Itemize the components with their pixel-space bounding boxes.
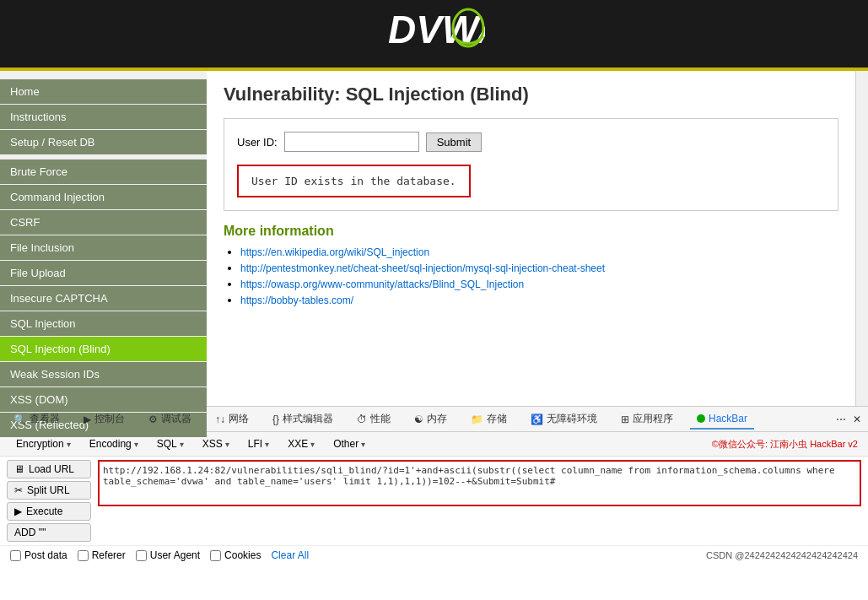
sidebar-item-sql-injection-blind[interactable]: SQL Injection (Blind) bbox=[0, 337, 207, 361]
devtools-tab-debugger-label: 调试器 bbox=[161, 412, 191, 426]
devtools-tab-console-label: 控制台 bbox=[94, 412, 125, 426]
encryption-label: Encryption bbox=[16, 438, 64, 450]
devtools-tab-storage[interactable]: 📁 存储 bbox=[464, 408, 514, 430]
user-id-label: User ID: bbox=[237, 136, 278, 149]
hackbar-bottom-credit: CSDN @2424242424242424242424 bbox=[706, 550, 858, 560]
hackbar-toolbar: Encryption ▾ Encoding ▾ SQL ▾ XSS ▾ LFI … bbox=[0, 432, 868, 457]
devtools-tab-style[interactable]: {} 样式编辑器 bbox=[266, 408, 340, 430]
post-data-checkbox[interactable] bbox=[10, 550, 21, 561]
other-label: Other bbox=[333, 438, 359, 450]
sidebar-item-csrf[interactable]: CSRF bbox=[0, 210, 207, 235]
devtools-tab-debugger[interactable]: ⚙ 调试器 bbox=[142, 408, 198, 430]
url-input[interactable] bbox=[98, 460, 861, 506]
sidebar-item-weak-session[interactable]: Weak Session IDs bbox=[0, 362, 207, 386]
page-title: Vulnerability: SQL Injection (Blind) bbox=[224, 84, 838, 105]
devtools-tab-viewer[interactable]: 🔍 查看器 bbox=[7, 408, 67, 430]
link-4[interactable]: https://bobby-tables.com/ bbox=[240, 295, 353, 306]
post-data-checkbox-group[interactable]: Post data bbox=[10, 549, 67, 561]
sql-chevron-icon: ▾ bbox=[180, 440, 184, 449]
devtools-tab-memory-label: 内存 bbox=[427, 412, 447, 426]
devtools-more-icon[interactable]: ⋯ bbox=[836, 414, 846, 425]
user-agent-label: User Agent bbox=[150, 549, 200, 561]
encryption-dropdown[interactable]: Encryption ▾ bbox=[10, 435, 77, 452]
link-1[interactable]: https://en.wikipedia.org/wiki/SQL_inject… bbox=[240, 246, 429, 258]
sidebar-item-brute-force[interactable]: Brute Force bbox=[0, 159, 207, 184]
sidebar-item-file-upload[interactable]: File Upload bbox=[0, 261, 207, 285]
split-url-button[interactable]: ✂ Split URL bbox=[7, 481, 91, 500]
referer-checkbox[interactable] bbox=[78, 550, 89, 561]
cookies-checkbox[interactable] bbox=[210, 550, 221, 561]
submit-button[interactable]: Submit bbox=[426, 132, 482, 152]
devtools-tab-accessibility-label: 无障碍环境 bbox=[547, 412, 597, 426]
devtools-tab-hackbar-label: HackBar bbox=[709, 413, 747, 424]
devtools-bar: 🔍 查看器 ▶ 控制台 ⚙ 调试器 ↑↓ 网络 {} 样式编辑器 ⏱ 性能 ☯ … bbox=[0, 406, 868, 431]
cookies-checkbox-group[interactable]: Cookies bbox=[210, 549, 261, 561]
sidebar-item-sql-injection[interactable]: SQL Injection bbox=[0, 311, 207, 336]
other-dropdown[interactable]: Other ▾ bbox=[327, 435, 371, 452]
add-label: ADD '"' bbox=[14, 527, 46, 538]
devtools-tab-performance[interactable]: ⏱ 性能 bbox=[350, 408, 397, 430]
hackbar-dot-icon bbox=[697, 414, 705, 423]
devtools-tab-storage-label: 存储 bbox=[487, 412, 507, 426]
referer-label: Referer bbox=[92, 549, 126, 561]
user-agent-checkbox-group[interactable]: User Agent bbox=[136, 549, 200, 561]
sidebar-item-home[interactable]: Home bbox=[0, 79, 207, 104]
user-id-input[interactable] bbox=[284, 132, 419, 152]
logo: DVWA bbox=[384, 4, 485, 63]
add-button[interactable]: ADD '"' bbox=[7, 523, 91, 542]
encoding-dropdown[interactable]: Encoding ▾ bbox=[84, 435, 144, 452]
clear-all-button[interactable]: Clear All bbox=[271, 549, 309, 561]
svg-text:DVWA: DVWA bbox=[388, 8, 485, 51]
execute-icon: ▶ bbox=[14, 505, 22, 517]
devtools-tab-accessibility[interactable]: ♿ 无障碍环境 bbox=[524, 408, 604, 430]
hackbar-credit: ©微信公众号: 江南小虫 HackBar v2 bbox=[712, 438, 858, 451]
hackbar: Encryption ▾ Encoding ▾ SQL ▾ XSS ▾ LFI … bbox=[0, 431, 868, 565]
encoding-label: Encoding bbox=[89, 438, 132, 450]
lfi-chevron-icon: ▾ bbox=[265, 440, 269, 449]
devtools-tab-console[interactable]: ▶ 控制台 bbox=[77, 408, 132, 430]
devtools-tab-performance-label: 性能 bbox=[370, 412, 391, 426]
content-area: Vulnerability: SQL Injection (Blind) Use… bbox=[207, 71, 855, 406]
xss-dropdown[interactable]: XSS ▾ bbox=[197, 435, 235, 452]
other-chevron-icon: ▾ bbox=[361, 440, 365, 449]
link-2[interactable]: http://pentestmonkey.net/cheat-sheet/sql… bbox=[240, 262, 605, 274]
split-url-icon: ✂ bbox=[14, 484, 23, 496]
sidebar-item-instructions[interactable]: Instructions bbox=[0, 105, 207, 129]
sidebar-item-command-injection[interactable]: Command Injection bbox=[0, 185, 207, 209]
xxe-label: XXE bbox=[288, 438, 308, 450]
load-url-label: Load URL bbox=[29, 463, 74, 475]
sidebar-item-insecure-captcha[interactable]: Insecure CAPTCHA bbox=[0, 286, 207, 311]
scrollbar[interactable] bbox=[855, 71, 868, 406]
link-3[interactable]: https://owasp.org/www-community/attacks/… bbox=[240, 278, 524, 290]
more-info-title: More information bbox=[224, 224, 838, 239]
sql-dropdown[interactable]: SQL ▾ bbox=[151, 435, 190, 452]
devtools-tab-style-label: 样式编辑器 bbox=[283, 412, 333, 426]
devtools-close-icon[interactable]: ✕ bbox=[853, 414, 861, 425]
lfi-dropdown[interactable]: LFI ▾ bbox=[242, 435, 275, 452]
user-agent-checkbox[interactable] bbox=[136, 550, 147, 561]
xxe-chevron-icon: ▾ bbox=[310, 440, 315, 449]
sidebar-item-setup[interactable]: Setup / Reset DB bbox=[0, 130, 207, 154]
sidebar-item-file-inclusion[interactable]: File Inclusion bbox=[0, 235, 207, 260]
devtools-tab-apps[interactable]: ⊞ 应用程序 bbox=[614, 408, 680, 430]
referer-checkbox-group[interactable]: Referer bbox=[78, 549, 126, 561]
form-box: User ID: Submit User ID exists in the da… bbox=[224, 118, 838, 211]
xxe-dropdown[interactable]: XXE ▾ bbox=[282, 435, 321, 452]
devtools-tab-network-label: 网络 bbox=[229, 412, 249, 426]
split-url-label: Split URL bbox=[27, 484, 70, 496]
load-url-icon: 🖥 bbox=[14, 463, 24, 475]
encoding-chevron-icon: ▾ bbox=[134, 440, 138, 449]
hackbar-bottom: Post data Referer User Agent Cookies Cle… bbox=[0, 545, 868, 565]
execute-button[interactable]: ▶ Execute bbox=[7, 502, 91, 521]
devtools-tab-apps-label: 应用程序 bbox=[633, 412, 673, 426]
execute-label: Execute bbox=[26, 505, 62, 517]
hackbar-url-area: 🖥 Load URL ✂ Split URL ▶ Execute ADD '"' bbox=[0, 457, 868, 545]
devtools-tab-hackbar[interactable]: HackBar bbox=[690, 409, 754, 430]
devtools-tab-memory[interactable]: ☯ 内存 bbox=[407, 408, 454, 430]
lfi-label: LFI bbox=[248, 438, 262, 450]
devtools-tab-network[interactable]: ↑↓ 网络 bbox=[208, 408, 256, 430]
cookies-label: Cookies bbox=[224, 549, 261, 561]
load-url-button[interactable]: 🖥 Load URL bbox=[7, 460, 91, 478]
header: DVWA bbox=[0, 0, 868, 68]
sql-label: SQL bbox=[157, 438, 177, 450]
